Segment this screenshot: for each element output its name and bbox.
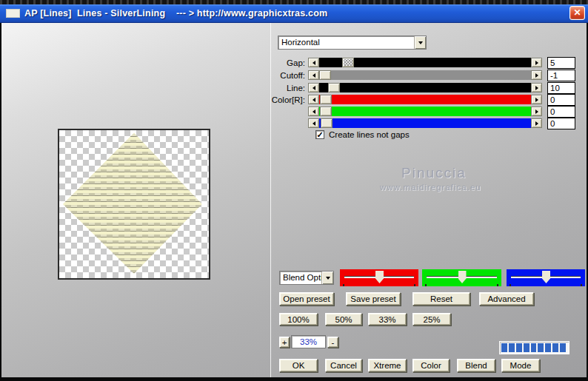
mode-button[interactable]: Mode	[501, 359, 540, 372]
slider-thumb[interactable]	[320, 107, 332, 116]
slider-left-arrow-button[interactable]	[308, 83, 319, 92]
tick-mark	[581, 284, 582, 286]
slider-right-arrow-button[interactable]	[531, 107, 542, 116]
save-preset-button[interactable]: Save preset	[346, 292, 401, 306]
slider-thumb[interactable]	[319, 70, 331, 80]
slider-left-arrow-button[interactable]	[308, 118, 319, 128]
zoom-50-button[interactable]: 50%	[325, 313, 362, 326]
progress-segment	[509, 343, 515, 352]
preview-diamond-pattern	[59, 130, 209, 278]
mode-dropdown-value: Horizontal	[278, 36, 414, 49]
slider-value-field[interactable]: 0	[547, 94, 575, 106]
create-lines-checkbox-row: ✓ Create lines not gaps	[315, 130, 410, 139]
progress-segment	[501, 343, 507, 352]
slider-track-blue[interactable]	[319, 118, 531, 128]
window-icon	[6, 9, 20, 18]
slider-track-green[interactable]	[319, 107, 531, 116]
window-title: AP [Lines] Lines - SilverLining --- > ht…	[24, 8, 327, 18]
mode-dropdown-button[interactable]	[414, 36, 426, 49]
reset-button[interactable]: Reset	[412, 292, 470, 306]
watermark-site: www.maidiregrafica.eu	[380, 183, 481, 192]
slider-thumb[interactable]	[342, 58, 354, 67]
plugin-dialog-window: AP [Lines] Lines - SilverLining --- > ht…	[0, 0, 588, 381]
advanced-button[interactable]: Advanced	[479, 292, 534, 306]
slider-value-field[interactable]: 5	[547, 57, 575, 69]
slider-right-arrow-button[interactable]	[531, 83, 542, 92]
green-channel-slider[interactable]	[422, 269, 501, 286]
slider-track-red[interactable]	[319, 95, 531, 104]
blend-options-button[interactable]	[321, 272, 333, 284]
slider-row-line: Line: 10	[252, 82, 575, 93]
slider-right-arrow-button[interactable]	[531, 58, 542, 67]
red-channel-thumb[interactable]	[375, 271, 384, 283]
ok-button[interactable]: OK	[279, 359, 318, 372]
open-preset-button[interactable]: Open preset	[279, 292, 334, 306]
slider-left-arrow-button[interactable]	[308, 107, 319, 116]
blend-options-value: Blend Opti	[280, 272, 321, 284]
arrow-left-icon	[313, 73, 315, 78]
slider-row-color-r: Color[R]: 0	[252, 94, 575, 105]
tick-mark	[510, 284, 511, 286]
slider-track-cutoff[interactable]	[319, 70, 531, 80]
slider-label: Color[R]:	[252, 95, 308, 104]
color-button[interactable]: Color	[412, 359, 450, 372]
close-button[interactable]: ✕	[569, 6, 585, 20]
tick-mark	[414, 284, 415, 286]
arrow-right-icon	[535, 121, 538, 126]
slider-value-field[interactable]: 0	[547, 106, 575, 118]
preview-canvas[interactable]	[58, 129, 210, 280]
zoom-33-button[interactable]: 33%	[368, 313, 407, 326]
zoom-minus-button[interactable]: -	[327, 337, 338, 348]
blue-channel-thumb[interactable]	[542, 271, 550, 283]
slider-label: Line:	[252, 84, 308, 92]
mode-dropdown[interactable]: Horizontal	[278, 36, 427, 50]
zoom-plus-button[interactable]: +	[279, 337, 290, 348]
blend-options-dropdown[interactable]: Blend Opti	[279, 271, 334, 285]
blue-channel-slider[interactable]	[507, 269, 585, 286]
slider-label: Cutoff:	[252, 71, 308, 80]
red-channel-slider[interactable]	[340, 269, 418, 286]
slider-left-arrow-button[interactable]	[308, 95, 319, 104]
progress-segment	[560, 343, 566, 352]
slider-thumb[interactable]	[328, 83, 340, 92]
arrow-right-icon	[535, 86, 538, 90]
slider-value-field[interactable]: -1	[547, 70, 575, 81]
slider-thumb[interactable]	[320, 95, 332, 104]
slider-row-color-b: 0	[252, 118, 575, 129]
slider-left-arrow-button[interactable]	[308, 70, 319, 80]
arrow-left-icon	[313, 86, 315, 90]
progress-segment	[524, 343, 529, 352]
create-lines-checkbox[interactable]: ✓	[315, 130, 324, 139]
slider-thumb[interactable]	[321, 118, 333, 128]
cancel-button[interactable]: Cancel	[325, 359, 362, 372]
slider-left-arrow-button[interactable]	[308, 58, 319, 67]
slider-track-line[interactable]	[319, 83, 531, 92]
green-channel-thumb[interactable]	[458, 271, 467, 283]
watermark-name: Pinuccia	[401, 165, 467, 181]
arrow-right-icon	[535, 98, 538, 102]
slider-row-cutoff: Cutoff: -1	[252, 70, 575, 81]
chevron-down-icon	[326, 277, 330, 280]
xtreme-button[interactable]: Xtreme	[368, 359, 407, 372]
slider-track-gap[interactable]	[319, 58, 531, 67]
slider-label: Gap:	[252, 58, 308, 67]
progress-segment	[545, 343, 551, 352]
progress-segment	[552, 343, 558, 352]
progress-segment	[531, 343, 537, 352]
slider-right-arrow-button[interactable]	[531, 95, 542, 104]
slider-value-field[interactable]: 10	[547, 82, 575, 94]
tick-mark	[343, 284, 344, 286]
zoom-level-field[interactable]: 33%	[291, 335, 326, 348]
zoom-25-button[interactable]: 25%	[412, 313, 451, 326]
arrow-left-icon	[313, 121, 315, 126]
blend-button[interactable]: Blend	[457, 359, 495, 372]
dialog-body: Horizontal Gap: 5 Cutoff: -1 Line: 10 Co…	[1, 23, 587, 377]
arrow-right-icon	[535, 73, 538, 78]
slider-right-arrow-button[interactable]	[531, 118, 542, 128]
arrow-right-icon	[535, 61, 538, 65]
slider-value-field[interactable]: 0	[547, 118, 575, 129]
arrow-right-icon	[535, 109, 538, 114]
title-bar[interactable]: AP [Lines] Lines - SilverLining --- > ht…	[0, 4, 588, 23]
slider-right-arrow-button[interactable]	[531, 70, 542, 80]
zoom-100-button[interactable]: 100%	[279, 313, 318, 326]
